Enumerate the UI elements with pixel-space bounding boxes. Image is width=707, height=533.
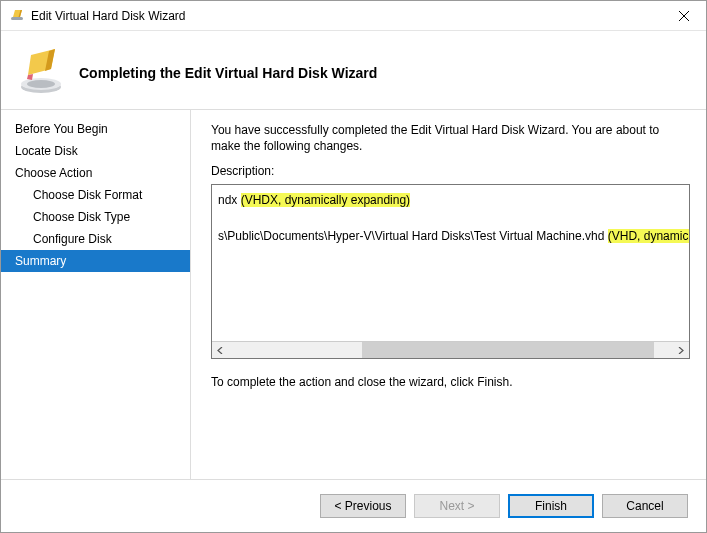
titlebar: Edit Virtual Hard Disk Wizard bbox=[1, 1, 706, 31]
step-summary[interactable]: Summary bbox=[1, 250, 190, 272]
wizard-content: You have successfully completed the Edit… bbox=[191, 110, 706, 479]
description-label: Description: bbox=[211, 164, 690, 178]
wizard-header: Completing the Edit Virtual Hard Disk Wi… bbox=[1, 31, 706, 109]
svg-point-7 bbox=[27, 80, 55, 88]
svg-rect-0 bbox=[11, 17, 23, 20]
chevron-right-icon bbox=[677, 347, 684, 354]
wizard-footer: < Previous Next > Finish Cancel bbox=[1, 480, 706, 532]
description-line-2: s\Public\Documents\Hyper-V\Virtual Hard … bbox=[218, 227, 683, 245]
step-configure-disk[interactable]: Configure Disk bbox=[1, 228, 190, 250]
desc-line1-highlight: (VHDX, dynamically expanding) bbox=[241, 193, 410, 207]
cancel-button[interactable]: Cancel bbox=[602, 494, 688, 518]
page-heading: Completing the Edit Virtual Hard Disk Wi… bbox=[79, 65, 377, 81]
wizard-steps-sidebar: Before You Begin Locate Disk Choose Acti… bbox=[1, 110, 191, 479]
description-line-1: ndx (VHDX, dynamically expanding) bbox=[218, 191, 683, 209]
description-box: ndx (VHDX, dynamically expanding) s\Publ… bbox=[211, 184, 690, 359]
scroll-left-arrow[interactable] bbox=[212, 342, 229, 358]
step-before-you-begin[interactable]: Before You Begin bbox=[1, 118, 190, 140]
step-choose-disk-format[interactable]: Choose Disk Format bbox=[1, 184, 190, 206]
complete-hint: To complete the action and close the wiz… bbox=[211, 375, 690, 389]
step-locate-disk[interactable]: Locate Disk bbox=[1, 140, 190, 162]
svg-marker-10 bbox=[27, 74, 33, 80]
horizontal-scrollbar[interactable] bbox=[212, 341, 689, 358]
scroll-track[interactable] bbox=[229, 342, 672, 358]
next-button: Next > bbox=[414, 494, 500, 518]
close-button[interactable] bbox=[661, 1, 706, 31]
desc-line1-text: ndx bbox=[218, 193, 241, 207]
previous-button[interactable]: < Previous bbox=[320, 494, 406, 518]
chevron-left-icon bbox=[217, 347, 224, 354]
intro-text: You have successfully completed the Edit… bbox=[211, 122, 690, 154]
step-choose-action[interactable]: Choose Action bbox=[1, 162, 190, 184]
finish-button[interactable]: Finish bbox=[508, 494, 594, 518]
step-choose-disk-type[interactable]: Choose Disk Type bbox=[1, 206, 190, 228]
description-blank-line bbox=[218, 211, 683, 225]
app-icon bbox=[9, 8, 25, 24]
scroll-right-arrow[interactable] bbox=[672, 342, 689, 358]
desc-line2-text: s\Public\Documents\Hyper-V\Virtual Hard … bbox=[218, 229, 608, 243]
description-content: ndx (VHDX, dynamically expanding) s\Publ… bbox=[212, 185, 689, 341]
window-title: Edit Virtual Hard Disk Wizard bbox=[31, 9, 661, 23]
wizard-window: Edit Virtual Hard Disk Wizard Completing… bbox=[0, 0, 707, 533]
wizard-icon bbox=[17, 47, 65, 95]
close-icon bbox=[679, 11, 689, 21]
wizard-body: Before You Begin Locate Disk Choose Acti… bbox=[1, 109, 706, 480]
scroll-thumb[interactable] bbox=[362, 342, 654, 358]
desc-line2-highlight: (VHD, dynamically expanding) bbox=[608, 229, 689, 243]
